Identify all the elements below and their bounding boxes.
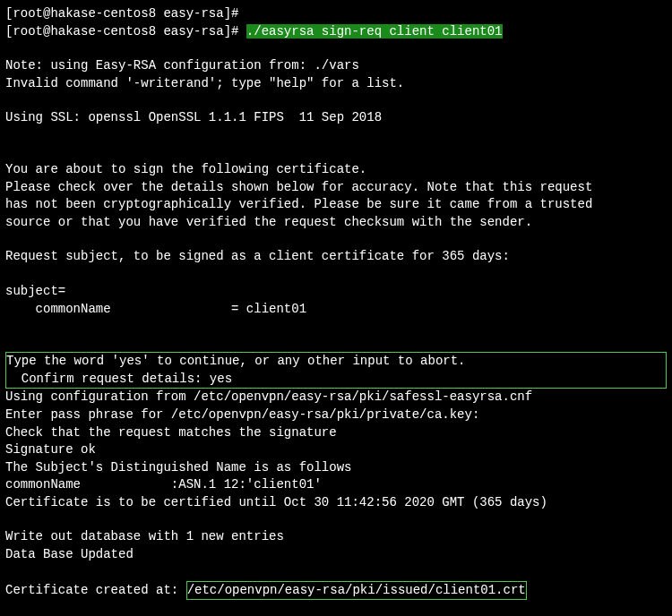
terminal-prompt-line: [root@hakase-centos8 easy-rsa]# bbox=[5, 5, 667, 23]
output-signature-ok: Signature ok bbox=[5, 441, 667, 459]
cert-created-path: /etc/openvpn/easy-rsa/pki/issued/client0… bbox=[186, 581, 527, 601]
output-sign-notice-2: Please check over the details shown belo… bbox=[5, 179, 667, 197]
cert-created-prefix: Certificate created at: bbox=[5, 583, 186, 597]
output-cert-until: Certificate is to be certified until Oct… bbox=[5, 494, 667, 512]
terminal-command-line: [root@hakase-centos8 easy-rsa]# ./easyrs… bbox=[5, 23, 667, 41]
output-distinguished-name: The Subject's Distinguished Name is as f… bbox=[5, 459, 667, 477]
output-sign-notice-3: has not been cryptographically verified.… bbox=[5, 196, 667, 214]
blank-line bbox=[5, 318, 667, 335]
output-invalid-command: Invalid command '-writerand'; type "help… bbox=[5, 75, 667, 93]
output-check-request: Check that the request matches the signa… bbox=[5, 424, 667, 442]
blank-line bbox=[5, 144, 667, 161]
blank-line bbox=[5, 564, 667, 581]
output-using-config: Using configuration from /etc/openvpn/ea… bbox=[5, 389, 667, 406]
confirm-answer-line: Confirm request details: yes bbox=[6, 371, 666, 389]
output-db-updated: Data Base Updated bbox=[5, 546, 667, 564]
output-subject-header: subject= bbox=[5, 283, 667, 301]
blank-line bbox=[5, 266, 667, 283]
shell-prompt: [root@hakase-centos8 easy-rsa]# bbox=[5, 6, 238, 21]
blank-line bbox=[5, 511, 667, 528]
output-cert-created: Certificate created at: /etc/openvpn/eas… bbox=[5, 581, 667, 601]
confirm-box: Type the word 'yes' to continue, or any … bbox=[5, 352, 667, 389]
blank-line bbox=[5, 231, 667, 248]
blank-line bbox=[5, 335, 667, 352]
blank-line bbox=[5, 127, 667, 144]
output-sign-notice-4: source or that you have verified the req… bbox=[5, 214, 667, 232]
output-write-db: Write out database with 1 new entries bbox=[5, 528, 667, 546]
shell-prompt: [root@hakase-centos8 easy-rsa]# bbox=[5, 24, 246, 38]
output-sign-notice-1: You are about to sign the following cert… bbox=[5, 161, 667, 179]
typed-command: ./easyrsa sign-req client client01 bbox=[246, 24, 503, 38]
output-common-name: commonName = client01 bbox=[5, 301, 667, 319]
blank-line bbox=[5, 40, 667, 57]
output-note: Note: using Easy-RSA configuration from:… bbox=[5, 57, 667, 75]
confirm-prompt-line: Type the word 'yes' to continue, or any … bbox=[6, 353, 666, 371]
output-pass-phrase: Enter pass phrase for /etc/openvpn/easy-… bbox=[5, 406, 667, 424]
output-ssl-version: Using SSL: openssl OpenSSL 1.1.1 FIPS 11… bbox=[5, 109, 667, 127]
blank-line bbox=[5, 600, 667, 616]
blank-line bbox=[5, 92, 667, 109]
output-cn-asn: commonName :ASN.1 12:'client01' bbox=[5, 476, 667, 494]
output-request-subject: Request subject, to be signed as a clien… bbox=[5, 248, 667, 266]
